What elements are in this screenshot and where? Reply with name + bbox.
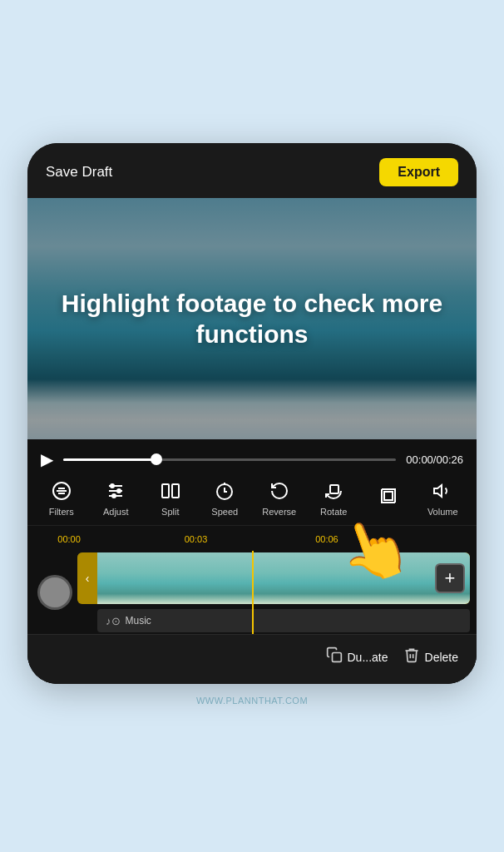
video-overlay-text: Highlight footage to check more function… bbox=[27, 288, 477, 350]
video-track-left-button[interactable]: ‹ bbox=[77, 552, 97, 604]
timeline-wrapper: 00:00 00:03 00:06 bbox=[27, 526, 477, 634]
tool-bar: Filters bbox=[27, 476, 477, 526]
tool-adjust[interactable]: Adjust bbox=[94, 481, 137, 517]
tool-volume[interactable]: Volume bbox=[421, 481, 464, 517]
progress-bar-fill bbox=[63, 458, 156, 461]
bottom-bar: Du...ate Delete bbox=[27, 634, 477, 684]
filters-label: Filters bbox=[49, 507, 74, 517]
svg-point-9 bbox=[112, 494, 116, 498]
split-icon bbox=[161, 481, 180, 504]
tool-crop[interactable] bbox=[367, 486, 410, 512]
video-preview: Highlight footage to check more function… bbox=[27, 198, 477, 439]
time-display: 00:00/00:26 bbox=[406, 453, 463, 466]
website-url: WWW.PLANNTHAT.COM bbox=[196, 696, 308, 706]
music-track-label: Music bbox=[126, 615, 151, 627]
playhead-line bbox=[252, 551, 254, 634]
delete-button[interactable]: Delete bbox=[403, 646, 458, 667]
svg-rect-10 bbox=[162, 484, 169, 498]
editor-area: ▶ 00:00/00:26 bbox=[27, 439, 477, 684]
website-footer: WWW.PLANNTHAT.COM bbox=[196, 684, 308, 709]
progress-bar[interactable] bbox=[63, 458, 396, 461]
timeline-playhead-inner bbox=[40, 577, 70, 607]
phone-screen: Save Draft Export Highlight footage to c… bbox=[27, 143, 477, 684]
export-button[interactable]: Export bbox=[379, 158, 458, 186]
adjust-icon bbox=[106, 481, 126, 504]
progress-dot bbox=[151, 453, 162, 465]
timeline-track-row: ‹ + ♪⊙ Music bbox=[27, 551, 477, 634]
crop-icon bbox=[378, 486, 398, 509]
svg-rect-15 bbox=[384, 492, 393, 500]
save-draft-button[interactable]: Save Draft bbox=[46, 164, 112, 181]
split-label: Split bbox=[161, 507, 179, 517]
speed-label: Speed bbox=[211, 507, 238, 517]
ruler-mark-2: 00:06 bbox=[315, 534, 338, 544]
phone-container: Save Draft Export Highlight footage to c… bbox=[0, 0, 504, 852]
adjust-label: Adjust bbox=[103, 507, 129, 517]
duplicate-button[interactable]: Du...ate bbox=[326, 646, 388, 667]
tool-reverse[interactable]: Reverse bbox=[258, 481, 301, 517]
timeline-playhead-circle bbox=[37, 575, 72, 610]
ruler-mark-0: 00:00 bbox=[57, 534, 81, 544]
ruler-mark-1: 00:03 bbox=[185, 534, 208, 544]
play-button[interactable]: ▶ bbox=[41, 449, 53, 469]
ruler-times: 00:00 00:03 00:06 bbox=[41, 531, 463, 547]
music-track[interactable]: ♪⊙ Music bbox=[97, 609, 470, 632]
rotate-icon bbox=[324, 481, 343, 504]
top-bar: Save Draft Export bbox=[27, 143, 477, 198]
duplicate-icon bbox=[326, 646, 343, 667]
video-track[interactable]: ‹ + bbox=[77, 552, 470, 604]
volume-label: Volume bbox=[427, 507, 458, 517]
filters-icon bbox=[52, 481, 72, 504]
speed-icon bbox=[215, 481, 235, 504]
svg-rect-17 bbox=[332, 653, 341, 662]
music-note-icon: ♪⊙ bbox=[106, 615, 121, 627]
tool-speed[interactable]: Speed bbox=[203, 481, 246, 517]
reverse-label: Reverse bbox=[262, 507, 296, 517]
svg-point-8 bbox=[117, 489, 121, 493]
delete-icon bbox=[403, 646, 420, 667]
reverse-icon bbox=[269, 481, 289, 504]
svg-rect-14 bbox=[330, 485, 338, 493]
playback-row: ▶ 00:00/00:26 bbox=[27, 439, 477, 476]
tool-filters[interactable]: Filters bbox=[40, 481, 83, 517]
tool-rotate[interactable]: Rotate bbox=[312, 481, 355, 517]
duplicate-label: Du...ate bbox=[348, 651, 388, 664]
video-track-add-button[interactable]: + bbox=[435, 563, 465, 593]
delete-label: Delete bbox=[425, 651, 458, 664]
svg-marker-16 bbox=[434, 485, 442, 497]
rotate-label: Rotate bbox=[320, 507, 347, 517]
svg-point-7 bbox=[111, 484, 114, 488]
video-overlay: Highlight footage to check more function… bbox=[27, 198, 477, 439]
volume-icon bbox=[432, 481, 452, 504]
tool-split[interactable]: Split bbox=[149, 481, 192, 517]
video-track-thumbnail bbox=[97, 552, 470, 604]
timeline-tracks: ‹ + ♪⊙ Music bbox=[72, 546, 477, 639]
svg-rect-11 bbox=[172, 484, 179, 498]
